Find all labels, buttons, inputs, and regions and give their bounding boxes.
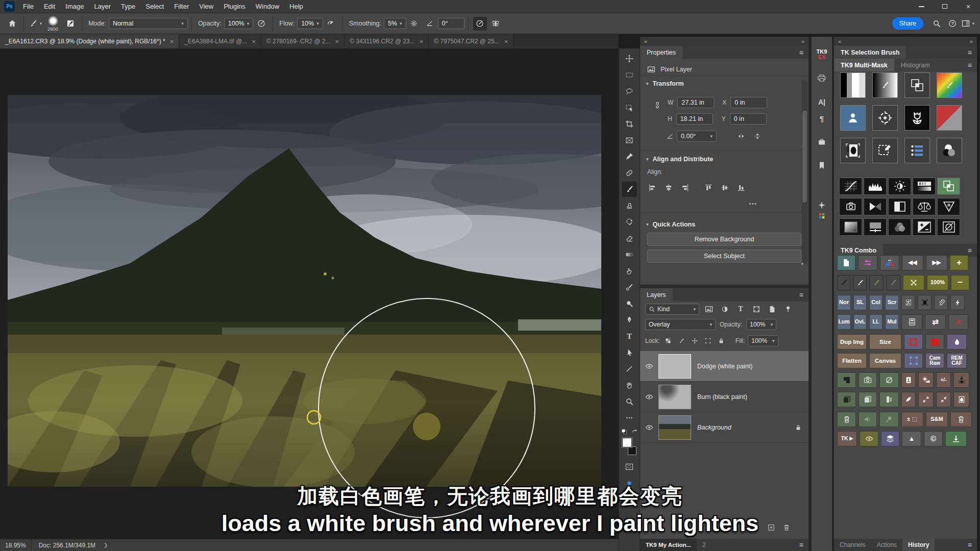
- panel-menu-icon[interactable]: ≡: [799, 46, 803, 59]
- lock-position-icon[interactable]: [690, 336, 700, 345]
- tab-tk9-multi-mask[interactable]: TK9 Multi-Mask: [834, 59, 894, 71]
- close-icon[interactable]: ×: [504, 38, 508, 45]
- visibility-eye-icon[interactable]: [640, 423, 658, 432]
- text-tool-icon[interactable]: A|: [818, 98, 825, 106]
- status-chevron-icon[interactable]: ❯: [104, 542, 108, 548]
- gradient-tool[interactable]: [622, 247, 637, 262]
- tk-bowtie-button[interactable]: [864, 198, 887, 215]
- copyright-button[interactable]: ©: [924, 431, 943, 446]
- print-icon[interactable]: [818, 74, 826, 82]
- filter-adjustment-layers-icon[interactable]: [719, 304, 731, 314]
- foreground-background-swatches[interactable]: [622, 438, 637, 455]
- green-brush-button[interactable]: [869, 275, 884, 290]
- tab-my-actions-2[interactable]: 2: [697, 539, 712, 551]
- maximize-button[interactable]: [933, 0, 957, 13]
- smoothing-input[interactable]: 5%▾: [384, 18, 406, 29]
- menu-image[interactable]: Image: [60, 0, 89, 13]
- paragraph-icon[interactable]: ¶: [820, 114, 824, 123]
- type-tool[interactable]: T: [622, 329, 637, 344]
- swap-colors-icon[interactable]: [631, 429, 638, 435]
- quick-mask-icon[interactable]: [622, 459, 637, 474]
- tk-plus-minus-button[interactable]: [913, 218, 936, 236]
- remove-background-button[interactable]: Remove Background: [647, 233, 801, 246]
- add-button[interactable]: +: [950, 255, 968, 270]
- close-icon[interactable]: ×: [335, 38, 339, 45]
- filter-toggle-icon[interactable]: [782, 304, 794, 314]
- visibility-eye-icon[interactable]: [640, 362, 658, 370]
- menu-edit[interactable]: Edit: [39, 0, 60, 13]
- red-fill-button[interactable]: [925, 334, 944, 349]
- column-button[interactable]: [879, 392, 899, 407]
- blend-mode-select[interactable]: Overlay ▾: [645, 319, 716, 330]
- speaker-button[interactable]: [859, 412, 877, 427]
- tab-layers[interactable]: Layers: [640, 288, 673, 301]
- copy-pages-button[interactable]: [859, 392, 877, 407]
- flatten-button[interactable]: Flatten: [837, 353, 867, 368]
- layer-row-dodge[interactable]: Dodge (white paint): [640, 351, 808, 382]
- tk-tricircle-button[interactable]: [888, 218, 911, 236]
- tk-macro-flower-button[interactable]: [904, 105, 930, 131]
- panel-menu-icon[interactable]: ≡: [799, 539, 803, 551]
- document-tab[interactable]: © 7975047.CR2 @ 25...×: [429, 34, 513, 48]
- droplet-button[interactable]: [947, 334, 967, 349]
- align-top-icon[interactable]: [704, 184, 713, 192]
- close-icon[interactable]: ×: [420, 38, 424, 45]
- flip-vertical-icon[interactable]: [753, 132, 762, 140]
- bookmark-icon[interactable]: [818, 161, 826, 169]
- align-bottom-icon[interactable]: [737, 184, 745, 192]
- sun-cloud-button[interactable]: [918, 372, 934, 388]
- align-center-vertical-icon[interactable]: [721, 184, 729, 192]
- stack-layers-button[interactable]: [837, 392, 856, 407]
- home-icon[interactable]: [5, 17, 19, 31]
- opacity-pressure-icon[interactable]: [254, 17, 268, 31]
- x-input[interactable]: 0 in: [730, 97, 767, 108]
- blend-nor-button[interactable]: Nor: [837, 295, 851, 310]
- close-icon[interactable]: ×: [252, 38, 256, 45]
- flow-input[interactable]: 10%▾: [297, 18, 323, 29]
- tk-brightness-button[interactable]: [888, 178, 911, 195]
- layer-thumbnail[interactable]: [658, 354, 691, 379]
- zoom-level[interactable]: 18.95%: [0, 539, 32, 551]
- tk-triangle-blur-button[interactable]: [937, 198, 960, 215]
- tab-histogram[interactable]: Histogram: [894, 59, 937, 71]
- download-dot-button[interactable]: [953, 372, 969, 388]
- blend-ll-button[interactable]: LL: [869, 314, 883, 330]
- move-tool[interactable]: [622, 51, 637, 66]
- eyedropper-tool[interactable]: [622, 149, 637, 164]
- panel-menu-icon[interactable]: ≡: [968, 46, 972, 59]
- fast-forward-button[interactable]: ▶▶: [926, 255, 947, 270]
- filter-kind-select[interactable]: Kind ▾: [645, 304, 699, 315]
- person-card-button[interactable]: [901, 372, 916, 388]
- zoom-tool[interactable]: [622, 394, 637, 409]
- dup-img-button[interactable]: Dup Img: [837, 334, 867, 349]
- tk-intersect-button[interactable]: [904, 72, 930, 98]
- export-button[interactable]: [945, 431, 967, 446]
- tk-histogram-button[interactable]: [864, 178, 887, 195]
- document-tab[interactable]: _E6A3884-LMA.tif @...×: [179, 34, 261, 48]
- transform-arrows-button[interactable]: [903, 275, 924, 290]
- document-tab-active[interactable]: _E6A1612.CR3 @ 18.9% (Dodge (white paint…: [0, 34, 179, 48]
- properties-scrollbar[interactable]: [802, 80, 807, 264]
- tk-color-brush-button[interactable]: [937, 72, 962, 98]
- lock-artboard-icon[interactable]: [703, 336, 713, 345]
- expand-button[interactable]: [918, 392, 934, 407]
- brush-tip-preview[interactable]: 2600: [47, 16, 58, 32]
- brush-angle-input[interactable]: 0°: [438, 18, 464, 29]
- gray-brush-button[interactable]: [886, 275, 900, 290]
- blend-mul-button[interactable]: Mul: [885, 314, 899, 330]
- edit-toolbar-icon[interactable]: [622, 410, 637, 425]
- white-brush-button[interactable]: [853, 275, 867, 290]
- minimize-button[interactable]: [910, 0, 933, 13]
- line-tool[interactable]: [622, 361, 637, 377]
- panel-menu-icon[interactable]: ≡: [968, 539, 972, 551]
- size-pressure-icon[interactable]: [473, 17, 487, 31]
- filter-shape-layers-icon[interactable]: [750, 304, 763, 314]
- crop-tool[interactable]: [622, 116, 637, 132]
- feather-button[interactable]: [901, 392, 916, 407]
- contract-button[interactable]: [936, 392, 951, 407]
- filter-smart-objects-icon[interactable]: [766, 304, 778, 314]
- layer-opacity-input[interactable]: 100%▾: [746, 319, 776, 330]
- layer-name[interactable]: Dodge (white paint): [697, 363, 752, 370]
- visibility-eye-icon[interactable]: [640, 393, 658, 401]
- tk-intersect-green-button[interactable]: [937, 178, 960, 195]
